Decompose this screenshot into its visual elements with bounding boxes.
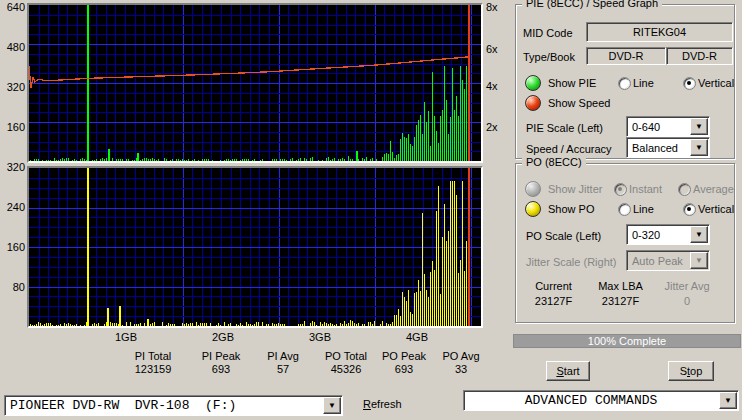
jitter-scale-value: Auto Peak: [627, 255, 689, 267]
current-value: 23127F: [521, 295, 586, 307]
show-jitter-led-button: [525, 181, 541, 197]
speed-axis-tick: 6x: [486, 43, 512, 55]
show-jitter-label: Show Jitter: [548, 183, 602, 195]
pie-axis-tick: 320: [1, 81, 25, 93]
po-axis-tick: 320: [1, 161, 25, 173]
advanced-commands-value: ADVANCED COMMANDS: [464, 393, 718, 408]
progress-bar: 100% Complete: [513, 334, 741, 348]
stop-button[interactable]: Stop: [668, 361, 714, 381]
po-scale-dropdown[interactable]: 0-320 ▼: [626, 224, 710, 245]
show-po-label: Show PO: [548, 203, 594, 215]
mid-code-field: RITEKG04: [586, 22, 733, 42]
show-pie-label: Show PIE: [548, 77, 596, 89]
stat-pi-avg: PI Avg 57: [213, 350, 283, 376]
type-value: DVD-R: [609, 50, 644, 62]
po-vertical-radio[interactable]: [683, 203, 696, 216]
po-line-radio[interactable]: [618, 203, 631, 216]
jitter-instant-radio: [614, 183, 627, 196]
po-plot: [27, 166, 483, 328]
pie-vertical-label: Vertical: [698, 77, 734, 89]
speed-accuracy-value: Balanced: [627, 142, 689, 154]
pie-axis-tick: 160: [1, 121, 25, 133]
mid-code-value: RITEKG04: [633, 26, 686, 38]
pie-line-radio[interactable]: [618, 77, 631, 90]
show-speed-label: Show Speed: [548, 97, 610, 109]
scan-window: 640 480 320 160 320 240 160 80 8x 6x 4x …: [0, 0, 742, 420]
speed-axis-tick: 2x: [486, 121, 512, 133]
pie-speed-plot: [27, 3, 483, 163]
jitter-average-radio: [678, 183, 691, 196]
pie-speed-group: PIE (8ECC) / Speed Graph MID Code RITEKG…: [515, 4, 735, 159]
drive-select-value: PIONEER DVD-RW DVR-108 (F:): [5, 398, 322, 413]
pie-axis-tick: 480: [1, 41, 25, 53]
pie-group-title: PIE (8ECC) / Speed Graph: [522, 0, 662, 9]
chevron-down-icon[interactable]: ▼: [690, 226, 708, 243]
chevron-down-icon[interactable]: ▼: [323, 397, 341, 414]
x-axis-tick: 2GB: [203, 331, 243, 343]
jitter-scale-dropdown: Auto Peak ▼: [626, 250, 710, 271]
show-po-led-button[interactable]: [525, 201, 541, 217]
pie-scale-label: PIE Scale (Left): [526, 122, 603, 134]
po-axis-tick: 240: [1, 201, 25, 213]
stat-pi-peak: PI Peak 693: [151, 350, 221, 376]
pie-scale-dropdown[interactable]: 0-640 ▼: [626, 116, 710, 137]
x-axis-tick: 1GB: [106, 331, 146, 343]
pie-vertical-radio[interactable]: [683, 77, 696, 90]
jitter-average-label: Average: [693, 183, 734, 195]
po-group: PO (8ECC) Show Jitter Instant Average Sh…: [515, 163, 735, 323]
speed-axis-tick: 8x: [486, 1, 512, 13]
max-lba-label: Max LBA: [588, 280, 653, 292]
type-field: DVD-R: [586, 47, 666, 65]
pie-line-label: Line: [633, 77, 654, 89]
jitter-avg-value: 0: [656, 295, 718, 307]
stat-label: PO Avg: [426, 350, 496, 362]
stat-po-avg: PO Avg 33: [391, 350, 461, 376]
x-axis-tick: 3GB: [300, 331, 340, 343]
current-label: Current: [521, 280, 586, 292]
show-speed-led-button[interactable]: [525, 95, 541, 111]
po-axis-tick: 160: [1, 241, 25, 253]
chevron-down-icon[interactable]: ▼: [690, 139, 708, 156]
jitter-instant-label: Instant: [629, 183, 662, 195]
po-group-title: PO (8ECC): [522, 156, 586, 168]
drive-select-dropdown[interactable]: PIONEER DVD-RW DVR-108 (F:) ▼: [4, 395, 343, 416]
book-value: DVD-R: [682, 50, 717, 62]
stat-pi-total: PI Total 123159: [83, 350, 153, 376]
x-axis-tick: 4GB: [397, 331, 437, 343]
speed-accuracy-label: Speed / Accuracy: [526, 143, 612, 155]
book-field: DVD-R: [666, 47, 733, 65]
speed-axis-tick: 4x: [486, 80, 512, 92]
speed-accuracy-dropdown[interactable]: Balanced ▼: [626, 137, 710, 158]
mid-code-label: MID Code: [523, 27, 573, 39]
start-button[interactable]: Start: [546, 361, 590, 381]
po-axis-tick: 80: [1, 281, 25, 293]
po-vertical-label: Vertical: [698, 203, 734, 215]
max-lba-value: 23127F: [588, 295, 653, 307]
pie-axis-tick: 640: [1, 1, 25, 13]
type-book-label: Type/Book: [523, 51, 575, 63]
po-line-label: Line: [633, 203, 654, 215]
po-scale-value: 0-320: [627, 229, 689, 241]
show-pie-led-button[interactable]: [525, 75, 541, 91]
stat-value: 33: [426, 363, 496, 375]
advanced-commands-dropdown[interactable]: ADVANCED COMMANDS ▼: [463, 390, 739, 411]
jitter-scale-label: Jitter Scale (Right): [526, 256, 616, 268]
po-scale-label: PO Scale (Left): [526, 230, 601, 242]
chevron-down-icon[interactable]: ▼: [690, 118, 708, 135]
jitter-avg-label: Jitter Avg: [656, 280, 718, 292]
progress-text: 100% Complete: [588, 335, 666, 347]
chevron-down-icon: ▼: [690, 252, 708, 269]
refresh-button[interactable]: Refresh: [363, 398, 402, 410]
pie-scale-value: 0-640: [627, 121, 689, 133]
chevron-down-icon[interactable]: ▼: [719, 392, 737, 409]
